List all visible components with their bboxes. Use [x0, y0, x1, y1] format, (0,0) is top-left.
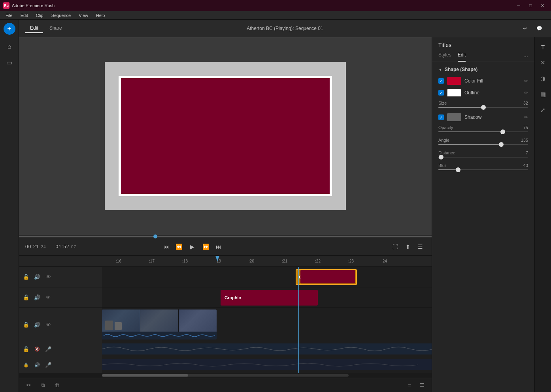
toolbar-right: ↩ 💬 — [519, 23, 545, 34]
menu-file[interactable]: File — [2, 12, 17, 19]
size-slider-thumb[interactable] — [481, 105, 486, 110]
section-chevron-icon[interactable]: ▼ — [438, 68, 442, 72]
tab-styles[interactable]: Styles — [438, 52, 451, 62]
sidebar-home-icon[interactable]: ⌂ — [2, 39, 17, 54]
go-to-end-button[interactable]: ⏭ — [214, 242, 223, 251]
export-frame-button[interactable]: ⬆ — [403, 242, 413, 251]
scissors-button[interactable]: ✂ — [24, 381, 33, 390]
timeline-scrollbar[interactable] — [19, 373, 432, 378]
blur-slider-row: Blur 40 — [438, 163, 528, 170]
video-thumb-2 — [140, 309, 179, 332]
fullscreen-button[interactable]: ⛶ — [391, 242, 400, 251]
video-clip[interactable] — [102, 309, 217, 339]
track-lock-button[interactable]: 🔒 — [22, 361, 30, 369]
shadow-edit-icon[interactable]: ✏ — [524, 114, 528, 120]
ruler-marks: :16 :17 :18 :19 :20 :21 :22 :23 :24 — [102, 259, 432, 263]
copy-button[interactable]: ⧉ — [38, 381, 47, 390]
menu-sequence[interactable]: Sequence — [47, 12, 75, 19]
track-lock-button[interactable]: 🔓 — [22, 345, 30, 353]
track-lock-button[interactable]: 🔓 — [22, 273, 30, 281]
stack-button[interactable]: ≡ — [405, 381, 414, 390]
angle-slider-thumb[interactable] — [499, 142, 504, 147]
track-visible-button[interactable]: 👁 — [44, 294, 52, 302]
track-mute-button[interactable]: 🔇 — [33, 345, 41, 353]
color-icon[interactable]: ◑ — [536, 72, 550, 85]
distance-slider[interactable] — [438, 157, 528, 158]
add-button[interactable]: + — [4, 23, 15, 35]
list-button[interactable]: ☰ — [417, 381, 427, 390]
undo-button[interactable]: ↩ — [519, 23, 530, 34]
close-button[interactable]: ✕ — [537, 0, 548, 11]
outline-label: Outline — [464, 90, 521, 96]
clip-graphic-1-inner — [300, 270, 355, 283]
ruler-mark: :20 — [235, 259, 268, 263]
clip-graphic-2[interactable]: Graphic — [221, 290, 318, 306]
tab-share[interactable]: Share — [45, 24, 67, 33]
track-row: 🔓 🔊 👁 — [19, 308, 432, 341]
track-mic-button[interactable]: 🎤 — [44, 345, 52, 353]
audio-waveform — [102, 343, 432, 354]
menu-clip[interactable]: Clip — [32, 12, 47, 19]
shadow-checkbox[interactable]: ✓ — [438, 114, 444, 120]
motion-icon[interactable]: ▦ — [536, 88, 550, 101]
track-visible-button[interactable]: 👁 — [44, 321, 52, 328]
distance-slider-thumb[interactable] — [439, 155, 443, 159]
opacity-slider-fill — [438, 131, 503, 132]
blur-slider[interactable] — [438, 169, 528, 170]
track-lock-button[interactable]: 🔓 — [22, 321, 30, 328]
preview-scrubber[interactable] — [19, 235, 432, 238]
track-mic-button[interactable]: 🎤 — [44, 361, 52, 369]
track-audio-button[interactable]: 🔊 — [33, 321, 41, 328]
angle-label-row: Angle 135 — [438, 138, 528, 143]
color-fill-checkbox[interactable]: ✓ — [438, 78, 444, 84]
blur-slider-thumb[interactable] — [456, 167, 460, 172]
tab-edit[interactable]: Edit — [458, 52, 466, 62]
size-slider-fill — [438, 107, 483, 108]
sequence-title: Atherton BC (Playing): Sequence 01 — [247, 26, 323, 31]
trash-button[interactable]: 🗑 — [52, 381, 62, 390]
ruler-mark: :21 — [268, 259, 301, 263]
minimize-button[interactable]: ─ — [513, 0, 524, 11]
track-audio-button[interactable]: 🔊 — [33, 294, 41, 302]
go-to-start-button[interactable]: ⏮ — [162, 242, 171, 251]
sidebar-media-icon[interactable]: ▭ — [2, 55, 17, 69]
color-fill-swatch[interactable] — [447, 77, 461, 85]
track-audio-button[interactable]: 🔊 — [33, 273, 41, 281]
track-controls: 🔓 🔇 🎤 — [19, 341, 102, 357]
outline-checkbox[interactable]: ✓ — [438, 90, 444, 96]
track-lock-button[interactable]: 🔓 — [22, 294, 30, 302]
track-row: 🔓 🔇 🎤 — [19, 341, 432, 357]
opacity-slider[interactable] — [438, 131, 528, 132]
panel-more-button[interactable]: ⋯ — [523, 54, 528, 60]
opacity-slider-thumb[interactable] — [500, 129, 505, 134]
more-options-button[interactable]: ☰ — [416, 242, 425, 251]
track-controls: 🔓 🔊 👁 — [19, 267, 102, 287]
track-mute-button[interactable]: 🔊 — [33, 361, 41, 369]
step-back-button[interactable]: ⏪ — [174, 242, 184, 251]
step-forward-button[interactable]: ⏩ — [201, 242, 211, 251]
menu-help[interactable]: Help — [92, 12, 109, 19]
outline-edit-icon[interactable]: ✏ — [524, 90, 528, 96]
crop-icon[interactable]: ✕ — [536, 56, 550, 69]
maximize-button[interactable]: □ — [525, 0, 536, 11]
menu-edit[interactable]: Edit — [17, 12, 32, 19]
time-total: 01:52 07 — [56, 244, 77, 249]
far-right-panel: T ✕ ◑ ▦ ⤢ — [534, 37, 551, 392]
transport-controls: ⏮ ⏪ ▶ ⏩ ⏭ — [162, 241, 223, 252]
scrubber-thumb[interactable] — [153, 234, 157, 238]
size-slider[interactable] — [438, 107, 528, 108]
tab-edit[interactable]: Edit — [25, 24, 43, 33]
angle-slider[interactable] — [438, 144, 528, 145]
opacity-slider-row: Opacity 75 — [438, 125, 528, 132]
track-visible-button[interactable]: 👁 — [44, 273, 52, 281]
shadow-swatch[interactable] — [447, 113, 461, 121]
comments-button[interactable]: 💬 — [534, 23, 545, 34]
color-fill-edit-icon[interactable]: ✏ — [524, 78, 528, 84]
play-button[interactable]: ▶ — [187, 241, 198, 252]
transform-icon[interactable]: ⤢ — [536, 103, 550, 117]
titles-icon[interactable]: T — [536, 40, 550, 54]
outline-swatch[interactable] — [447, 89, 461, 97]
track-controls: 🔒 🔊 🎤 — [19, 357, 102, 373]
size-slider-row: Size 32 — [438, 101, 528, 108]
menu-view[interactable]: View — [75, 12, 92, 19]
